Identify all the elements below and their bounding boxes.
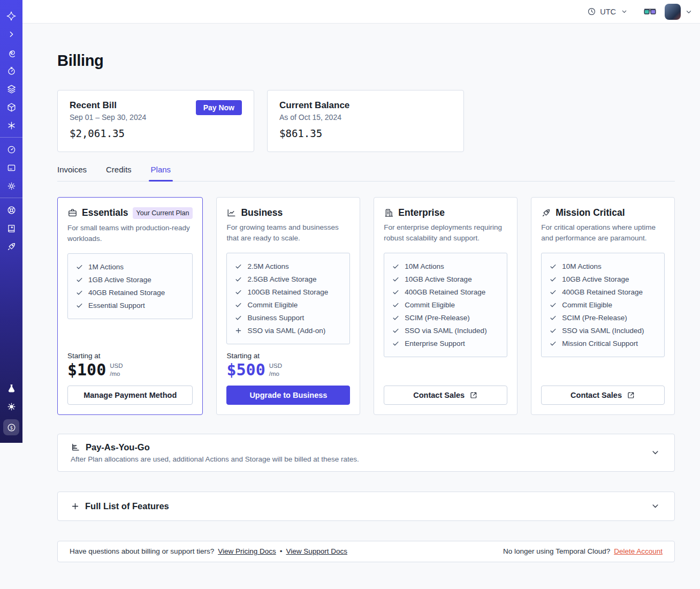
price-amount: $500 [226,361,265,379]
check-icon [234,275,242,283]
cube-icon[interactable] [6,102,17,112]
feature-text: 2.5GB Active Storage [247,275,316,283]
manage-payment-button[interactable]: Manage Payment Method [67,386,193,405]
pay-now-button[interactable]: Pay Now [196,100,242,115]
namespaces-spiral-icon[interactable] [6,47,17,58]
feature-text: 10GB Active Storage [405,275,471,283]
check-icon [392,275,400,283]
check-icon [549,262,557,270]
sun-icon[interactable] [6,401,17,412]
footer-bar: Have questions about billing or support … [57,541,675,562]
price-label: Starting at [67,352,193,360]
3d-glasses-icon[interactable] [644,8,656,16]
gauge-icon[interactable] [6,144,17,155]
feature-text: Essential Support [88,301,145,309]
timer-icon[interactable] [6,65,17,76]
pricing-docs-link[interactable]: View Pricing Docs [218,547,276,555]
building-icon [384,208,394,218]
check-icon [75,276,83,284]
timezone-label: UTC [600,7,616,16]
svg-text:$: $ [10,425,12,430]
plan-name: Mission Critical [556,207,625,218]
recent-bill-period: Sep 01 – Sep 30, 2024 [70,113,146,122]
tab-plans[interactable]: Plans [151,165,171,181]
feature-text: SSO via SAML (Included) [562,327,644,335]
tab-credits[interactable]: Credits [106,165,132,181]
plan-card-mission-critical: Mission Critical For critical operations… [531,197,675,415]
feature-text: SSO via SAML (Add-on) [247,327,325,335]
feature-text: 2.5M Actions [247,262,288,270]
sidebar-divider [0,198,22,198]
chart-line-icon [226,208,237,218]
card-panel-icon[interactable] [6,162,17,173]
pay-as-you-go-accordion[interactable]: Pay-As-You-Go After Plan allocations are… [57,434,675,472]
rocket-icon [541,208,551,218]
tab-invoices[interactable]: Invoices [57,165,87,181]
plan-features: 10M Actions 10GB Active Storage 400GB Re… [384,253,507,357]
clock-icon [587,7,596,16]
check-icon [75,289,83,297]
dollar-coin-icon[interactable]: $ [3,419,19,435]
feature-text: 400GB Retained Storage [405,288,485,296]
current-balance-title: Current Balance [279,100,349,111]
chevron-down-icon[interactable] [650,448,660,458]
accordion-title: Full List of Features [85,501,169,511]
lifebuoy-icon[interactable] [6,205,17,215]
check-icon [75,263,83,271]
check-icon [234,262,242,270]
billing-tabs: Invoices Credits Plans [57,165,675,182]
layers-icon[interactable] [6,84,17,94]
timezone-selector[interactable]: UTC [587,7,628,16]
rocket-icon[interactable] [6,241,17,252]
external-link-icon [469,391,478,399]
bullet-separator: • [280,547,283,555]
plan-name: Essentials [82,207,128,218]
check-icon [392,314,400,322]
check-icon [392,288,400,296]
check-icon [75,301,83,309]
plan-features: 1M Actions 1GB Active Storage 40GB Retai… [67,253,193,319]
plan-description: For enterprise deployments requiring rob… [384,222,507,244]
page-title: Billing [57,51,675,70]
check-icon [234,288,242,296]
chevron-down-icon [621,8,628,15]
current-balance-card: Current Balance As of Oct 15, 2024 $861.… [267,90,464,152]
plans-grid: Essentials Your Current Plan For small t… [57,197,675,415]
plan-price: Starting at $100 USD/mo [67,344,193,379]
temporal-logo-icon[interactable] [6,11,17,21]
topbar: UTC [22,0,700,24]
recent-bill-card: Recent Bill Sep 01 – Sep 30, 2024 Pay No… [57,90,254,152]
plan-features: 2.5M Actions 2.5GB Active Storage 100GB … [226,253,350,344]
plan-features: 10M Actions 10GB Active Storage 400GB Re… [541,253,665,357]
price-period: /mo [110,370,123,378]
contact-sales-button[interactable]: Contact Sales [541,386,665,405]
delete-account-link[interactable]: Delete Account [614,547,663,555]
current-balance-date: As of Oct 15, 2024 [279,113,349,122]
upgrade-business-button[interactable]: Upgrade to Business [226,386,350,405]
chevron-down-icon[interactable] [685,8,693,16]
feature-text: 100GB Retained Storage [247,288,328,296]
plan-card-business: Business For growing teams and businesse… [216,197,360,415]
check-icon [234,301,242,309]
bar-chart-icon [71,442,80,452]
price-label: Starting at [226,352,350,360]
asterisk-icon[interactable] [6,120,17,131]
chevron-down-icon[interactable] [650,501,660,511]
flask-icon[interactable] [6,383,17,394]
gear-icon[interactable] [6,180,17,191]
feature-text: 10M Actions [405,262,444,270]
feature-text: SCIM (Pre-Release) [562,314,627,322]
feature-text: 1GB Active Storage [88,276,151,284]
check-icon [549,288,557,296]
full-features-accordion[interactable]: Full List of Features [57,492,675,521]
support-docs-link[interactable]: View Support Docs [286,547,347,555]
chevron-right-icon[interactable] [6,29,17,40]
briefcase-icon [67,208,78,218]
plan-card-essentials: Essentials Your Current Plan For small t… [57,197,203,415]
book-icon[interactable] [6,223,17,233]
contact-sales-button[interactable]: Contact Sales [384,386,507,405]
check-icon [392,327,400,335]
price-currency: USD [269,362,282,370]
feature-text: 40GB Retained Storage [88,289,165,297]
avatar[interactable] [665,4,681,20]
